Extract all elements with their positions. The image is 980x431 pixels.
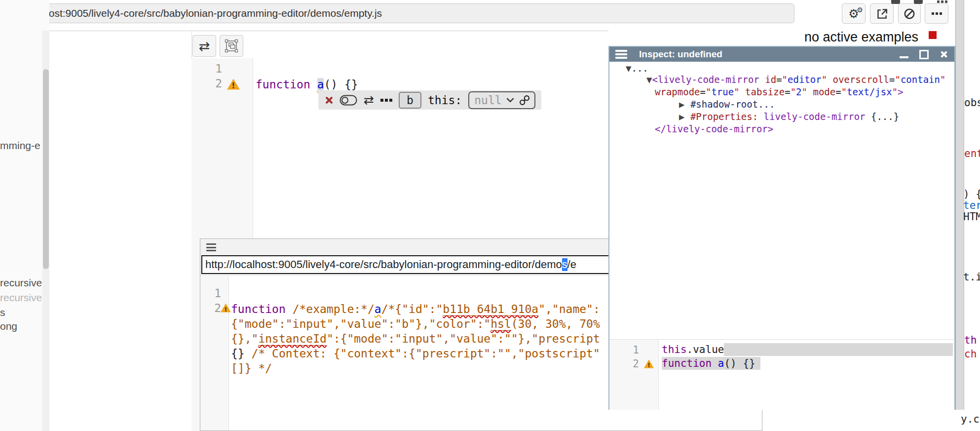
list-item[interactable]: s	[0, 307, 5, 318]
clipped-code-fragment: HTM	[963, 211, 980, 223]
settings-button[interactable]: ⚙⚙	[842, 3, 866, 24]
more-button[interactable]	[925, 3, 948, 24]
selection-highlight	[724, 343, 953, 356]
tree-close-tag: </lively-code-mirror>	[655, 123, 773, 134]
clipped-code-fragment: ) {	[963, 188, 980, 200]
editor2-code-row[interactable]: []} */	[231, 361, 272, 376]
clipped-code-fragment: obs	[964, 97, 980, 109]
open-external-button[interactable]	[870, 3, 894, 24]
ellipsis-icon	[932, 12, 942, 15]
window-menu-icon[interactable]	[615, 50, 627, 59]
inspector-title-bar[interactable]: Inspect: undefined	[609, 47, 954, 62]
scrollbar-track[interactable]	[42, 31, 49, 431]
block-button[interactable]	[898, 3, 921, 24]
link-icon[interactable]	[519, 94, 530, 106]
this-value-dropdown[interactable]: null	[468, 91, 535, 109]
editor1-code-line[interactable]: function a() {}	[256, 78, 358, 91]
window-control-partial[interactable]	[914, 0, 923, 4]
tree-shadow-root-node[interactable]: ▶ #shadow-root...	[679, 99, 775, 110]
inspector-window: Inspect: undefined ▼... ▼<lively-code-mi…	[608, 46, 955, 410]
screen: ⚙⚙ mming-e recursive recursive s ong no …	[0, 0, 980, 431]
swap-arrows-icon[interactable]: ⇄	[364, 93, 374, 107]
example-b-button[interactable]: b	[399, 92, 421, 109]
browser-url-input[interactable]	[0, 3, 794, 23]
file-list-panel: mming-e recursive recursive s ong	[0, 0, 49, 431]
status-badge	[929, 31, 937, 39]
tree-properties-node[interactable]: ▶ #Properties: lively-code-mirror {...}	[679, 111, 899, 122]
line-number: 1	[202, 287, 221, 300]
list-item[interactable]: recursive	[0, 277, 42, 289]
window-menu-partial[interactable]	[937, 0, 947, 3]
list-item[interactable]: recursive	[0, 292, 42, 304]
clipped-code-fragment: th	[964, 334, 977, 346]
url-selection: s	[562, 258, 567, 271]
toggle-icon[interactable]	[339, 95, 357, 106]
chevron-down-icon	[506, 97, 515, 103]
dropdown-value: null	[474, 94, 501, 107]
mini-editor-line1[interactable]: this.value	[662, 343, 953, 356]
more-options-icon[interactable]	[380, 99, 392, 102]
block-icon	[903, 7, 916, 20]
line-number: 1	[192, 62, 222, 75]
tree-element-node[interactable]: ▼<lively-code-mirror id="editor" overscr…	[646, 74, 945, 85]
window-control-partial[interactable]	[891, 0, 900, 4]
close-probe-icon[interactable]	[324, 96, 333, 105]
clipped-code-fragment: y.c	[961, 413, 980, 425]
clipped-code-fragment: t.i	[963, 271, 980, 283]
list-item[interactable]: mming-e	[0, 140, 40, 152]
clipped-code-fragment: ch	[964, 348, 977, 360]
minimize-icon[interactable]	[900, 56, 908, 58]
editor2-code-row[interactable]: function /*example:*/a/*{"id":"b11b_64b1…	[231, 302, 600, 316]
line-number: 2	[192, 77, 222, 90]
clipped-code-fragment: ter	[963, 199, 980, 211]
url-text: /e	[567, 258, 576, 271]
menu-icon[interactable]	[206, 243, 216, 251]
list-item[interactable]: ong	[0, 320, 17, 332]
external-link-icon	[875, 7, 888, 20]
editor2-code-row[interactable]: {"mode":"input","value":"b"},"color":"hs…	[231, 316, 600, 331]
inspector-mini-editor[interactable]: 1 2 ! this.value function a() {}	[609, 339, 954, 410]
bounding-box-icon	[225, 39, 238, 53]
status-label: no active examples	[804, 30, 918, 45]
line-number: 2	[613, 358, 639, 370]
swap-arrows-icon: ⇄	[199, 39, 210, 54]
line-number: 2	[202, 302, 221, 314]
line-number: 1	[613, 344, 639, 356]
tree-root-node[interactable]: ▼...	[626, 63, 648, 74]
window-title: Inspect: undefined	[639, 49, 722, 60]
scrollbar-thumb[interactable]	[43, 69, 49, 269]
url-text: http://localhost:9005/lively4-core/src/b…	[205, 258, 562, 271]
editor2-code-row[interactable]: {} /* Context: {"context":{"prescript":"…	[231, 346, 600, 361]
gears-icon: ⚙⚙	[848, 7, 859, 21]
editor2-code-row[interactable]: {},"instanceId":{"mode":"input","value":…	[231, 331, 600, 346]
maximize-icon[interactable]	[919, 50, 929, 59]
close-icon[interactable]	[940, 50, 947, 58]
swap-view-button[interactable]: ⇄	[192, 35, 216, 57]
this-label: this:	[428, 94, 462, 107]
probe-widget: ⇄ b this: null	[318, 90, 541, 110]
mini-editor-line2[interactable]: function a() {}	[662, 357, 760, 370]
tree-element-node-wrap[interactable]: wrapmode="true" tabsize="2" mode="text/j…	[655, 86, 904, 97]
group-select-button[interactable]	[220, 35, 243, 57]
clipped-code-fragment: ent	[964, 148, 980, 159]
